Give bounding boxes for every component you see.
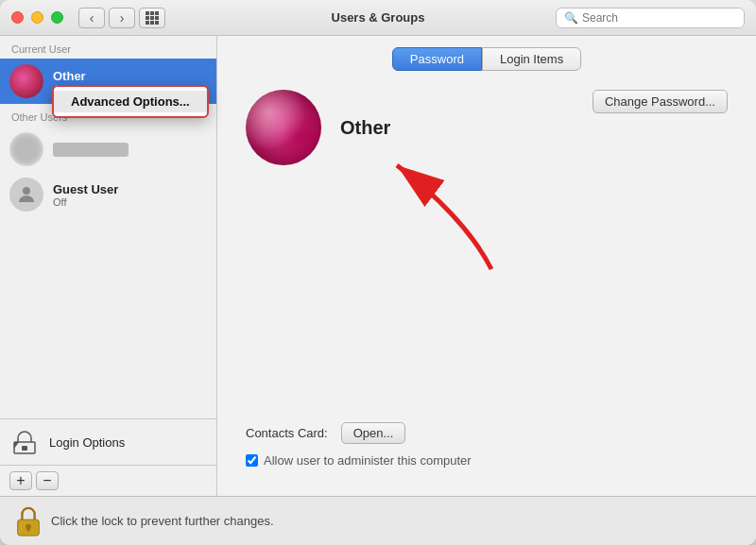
minimize-button[interactable]	[31, 11, 43, 24]
blurred-user-item[interactable]	[0, 127, 216, 172]
contacts-card-label: Contacts Card:	[246, 426, 328, 440]
lock-text: Click the lock to prevent further change…	[51, 514, 274, 528]
guest-user-item[interactable]: Guest User Off	[0, 172, 216, 217]
user-header: Other Change Password...	[246, 90, 728, 165]
guest-user-status: Off	[53, 196, 118, 208]
current-user-item[interactable]: Other Admin Advanced Options...	[0, 59, 216, 104]
allow-admin-label: Allow user to administer this computer	[264, 453, 472, 468]
login-options-item[interactable]: Login Options	[0, 418, 216, 465]
sidebar: Current User Other Admin Advanced Option…	[0, 36, 217, 496]
guest-avatar	[9, 178, 43, 212]
remove-user-button[interactable]: −	[36, 471, 59, 490]
avatar	[9, 64, 43, 98]
checkbox-row: Allow user to administer this computer	[246, 453, 728, 468]
blurred-user-info	[53, 143, 129, 157]
tab-bar: Password Login Items	[217, 36, 756, 71]
search-input[interactable]	[582, 11, 736, 25]
blurred-user-name	[53, 143, 129, 157]
add-user-button[interactable]: +	[9, 471, 32, 490]
window-title: Users & Groups	[332, 10, 425, 25]
panel-content: Other Change Password... Contacts Ca	[217, 71, 756, 496]
sidebar-buttons: + −	[0, 465, 216, 496]
user-display-name: Other	[340, 117, 390, 139]
main-panel: Password Login Items Other Change Passwo…	[217, 36, 756, 496]
traffic-lights	[11, 11, 63, 24]
context-menu[interactable]: Advanced Options...	[52, 85, 209, 118]
grid-icon	[146, 11, 159, 25]
svg-rect-6	[27, 526, 30, 531]
guest-user-info: Guest User Off	[53, 182, 118, 208]
grid-button[interactable]	[139, 8, 165, 28]
svg-rect-2	[22, 446, 27, 451]
nav-buttons: ‹ ›	[78, 8, 135, 28]
content-area: Current User Other Admin Advanced Option…	[0, 36, 756, 496]
titlebar: ‹ › Users & Groups 🔍	[0, 0, 756, 36]
contacts-row: Contacts Card: Open...	[246, 422, 728, 444]
svg-point-0	[23, 187, 30, 195]
guest-user-name: Guest User	[53, 182, 118, 196]
blurred-avatar	[9, 132, 43, 166]
bottom-section: Contacts Card: Open... Allow user to adm…	[246, 422, 728, 477]
advanced-options-menu-item[interactable]: Advanced Options...	[54, 91, 207, 112]
tab-password[interactable]: Password	[392, 47, 482, 71]
close-button[interactable]	[11, 11, 24, 24]
maximize-button[interactable]	[51, 11, 63, 24]
login-options-icon	[9, 427, 40, 457]
login-options-label: Login Options	[49, 435, 125, 450]
forward-button[interactable]: ›	[109, 8, 135, 28]
search-icon: 🔍	[564, 11, 578, 25]
lock-area[interactable]: Click the lock to prevent further change…	[15, 505, 274, 537]
back-button[interactable]: ‹	[78, 8, 105, 28]
bottom-bar: Click the lock to prevent further change…	[0, 496, 756, 545]
flower-avatar	[9, 64, 43, 98]
search-box[interactable]: 🔍	[556, 8, 745, 28]
current-user-label: Current User	[0, 36, 216, 59]
allow-admin-checkbox[interactable]	[246, 454, 258, 467]
lock-icon	[15, 505, 42, 537]
open-button[interactable]: Open...	[341, 422, 406, 444]
user-name: Other	[53, 69, 86, 83]
large-user-avatar	[246, 90, 321, 165]
change-password-button[interactable]: Change Password...	[593, 90, 728, 113]
tab-login-items[interactable]: Login Items	[482, 47, 581, 71]
main-window: ‹ › Users & Groups 🔍 Current User	[0, 0, 756, 545]
